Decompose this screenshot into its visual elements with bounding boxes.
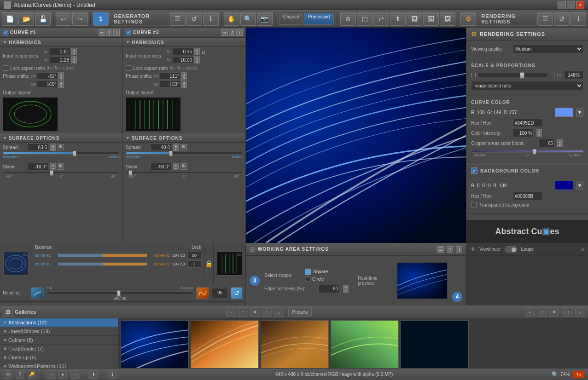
curve2-widen-label[interactable]: widen [232,155,243,159]
curve2-spread-down[interactable]: ▼ [173,147,179,151]
viewfinder-toggle[interactable] [505,246,518,253]
curve2-menu[interactable]: ☰ [221,29,228,36]
undo-button[interactable]: ↩ [56,12,71,26]
gallery-item-abstractions[interactable]: Abstractions (12) [0,318,118,327]
img-btn3[interactable]: 🖼 [440,12,455,26]
curve1-fx-down[interactable]: ▼ [71,52,77,55]
status-info-icon[interactable]: ℹ [108,370,116,379]
render-info-btn[interactable]: ℹ [571,12,586,26]
balance-y-left[interactable]: curve #1 [35,262,56,266]
curve1-back[interactable]: ↺ [106,29,112,36]
clip-slider-track[interactable] [471,150,583,153]
intensity-down[interactable]: ▼ [536,133,542,137]
status-settings-icon[interactable]: ⚙ [4,370,12,379]
transparent-checkbox[interactable] [471,202,477,207]
curve1-fy-down[interactable]: ▼ [71,60,77,63]
gallery-down[interactable]: ↓ [274,307,284,317]
open-button[interactable]: 📂 [18,12,34,26]
balance-x-left[interactable]: curve #1 [35,253,56,258]
curve2-fy-down[interactable]: ▼ [194,60,200,63]
gallery-item-wallpapers[interactable]: Wallpapers&Patterns (11) [0,362,118,368]
curve1-spread-up[interactable]: ▲ [50,144,56,147]
gallery-right-5[interactable]: ↓ [575,307,585,317]
snapshot-btn[interactable]: 📷 [257,12,273,26]
curve1-lock-checkbox[interactable] [3,65,8,71]
curve1-fy-input[interactable] [50,56,70,63]
status-dl-icon[interactable]: ⬇ [89,370,98,379]
bending-track[interactable] [47,291,193,295]
balance-y-track[interactable] [58,262,147,266]
curve2-py-up[interactable]: ▲ [181,81,187,84]
gallery-delete[interactable]: ✕ [250,307,260,317]
curve1-px-down[interactable]: ▼ [58,76,64,80]
curve2-spread-up[interactable]: ▲ [173,144,179,147]
curve1-spread-track[interactable] [3,152,120,155]
curve1-py-up[interactable]: ▲ [58,81,64,84]
scale-thumb[interactable] [520,72,524,79]
intensity-input[interactable] [513,129,534,137]
save-button[interactable]: 💾 [35,12,51,26]
curve1-skew-thumb[interactable] [50,170,53,176]
intensity-up[interactable]: ▲ [536,129,542,133]
curve1-skew-down[interactable]: ▼ [50,167,56,170]
curve1-spread-zoom[interactable]: 🔍 [58,144,64,150]
curve2-spread-zoom[interactable]: 🔍 [180,144,187,150]
edge-down[interactable]: ▼ [343,289,349,293]
loupe-label[interactable]: Loupe [521,247,534,252]
thumb-underwater[interactable]: underwater [121,320,189,368]
quality-select[interactable]: Medium Low High [513,44,583,53]
redo-button[interactable]: ↪ [72,12,88,26]
viewfinder-label[interactable]: Viewfinder [479,247,501,252]
curve1-surface-header[interactable]: ▼ SURFACE OPTIONS [0,133,122,143]
viewfinder-expand[interactable]: » [581,246,584,253]
balance-x-num-input[interactable] [187,252,201,259]
curve1-skew-up[interactable]: ▲ [50,163,56,167]
curve2-px-input[interactable] [160,72,180,80]
curve2-py-down[interactable]: ▼ [181,84,187,88]
curve2-enabled-checkbox[interactable]: ✓ [126,30,131,35]
curve2-skew-track[interactable] [126,171,243,174]
balance-y-num-input[interactable] [187,260,201,268]
gen-menu-btn[interactable]: ☰ [170,12,186,26]
curve2-skew-thumb[interactable] [128,170,132,176]
curve1-py-down[interactable]: ▼ [58,84,64,88]
curve2-py-input[interactable] [160,81,180,88]
curve2-surface-header[interactable]: ▼ SURFACE OPTIONS [123,133,245,143]
thumb-dune[interactable]: dune [261,320,329,368]
pan-tool[interactable]: ✋ [224,12,239,26]
curve2-skew-zoom[interactable]: 🔍 [180,163,187,170]
curve2-lock-checkbox[interactable] [126,65,131,71]
clip-slider-thumb[interactable] [533,149,536,155]
curve2-fx-input[interactable] [173,48,193,55]
clip-boost-input[interactable] [538,139,554,147]
balance-lock-icon[interactable]: 🔒 [204,243,213,284]
working-area-back[interactable]: ↺ [447,246,453,253]
bg-color-picker-arrow[interactable]: ▼ [576,181,583,190]
circle-radio-row[interactable]: Circle [305,276,328,282]
color-hex-input[interactable] [513,119,543,127]
gallery-right-4[interactable]: ↑ [563,307,573,317]
compare-btn[interactable]: ⊕ [340,12,356,26]
img-btn2[interactable]: 🖼 [423,12,439,26]
curve1-skew-zoom[interactable]: 🔍 [58,163,64,170]
status-key-icon[interactable]: 🔑 [28,370,36,379]
aspect-ratio-select[interactable]: Image aspect ratio [471,81,583,90]
curve1-enabled-checkbox[interactable]: ✓ [3,30,8,35]
render-back-btn[interactable]: ↺ [554,12,570,26]
gallery-right-1[interactable]: + [525,307,535,317]
curve2-spread-thumb[interactable] [169,151,173,156]
curve2-spread-input[interactable] [151,144,171,151]
presets-btn[interactable]: Presets [288,307,312,317]
working-area-info[interactable]: ℹ [456,246,462,253]
curve1-harmonics-header[interactable]: ▼ HARMONICS [0,38,122,47]
thumb-hills[interactable]: hills [331,320,399,368]
gallery-item-fire[interactable]: Fire&Smoke (7) [0,345,118,353]
scale-value-input[interactable] [564,71,583,79]
curve1-spread-input[interactable] [28,144,48,151]
gallery-export[interactable]: ↑ [238,307,248,317]
curve2-fx-up[interactable]: ▲ [194,48,200,52]
curve1-skew-input[interactable] [28,163,48,170]
curve-color-swatch[interactable] [555,108,573,117]
curve1-fy-up[interactable]: ▲ [71,56,77,60]
img-btn1[interactable]: 🖼 [407,12,422,26]
